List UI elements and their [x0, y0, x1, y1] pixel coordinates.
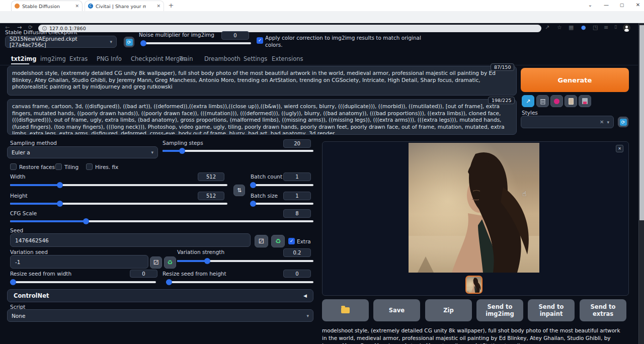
tab-train[interactable]: Train	[179, 55, 193, 62]
tab-close-icon[interactable]: ✕	[75, 4, 79, 9]
extension-blue-dot-icon[interactable]: ●	[581, 24, 586, 31]
generate-button[interactable]: Generate	[521, 68, 629, 92]
variation-seed-input[interactable]: -1	[10, 255, 148, 269]
batch-count-input[interactable]: 1	[283, 173, 311, 181]
random-seed-button[interactable]: ⚂	[255, 235, 268, 247]
apps-grid-icon[interactable]: ▦	[569, 24, 574, 31]
chevron-down-icon: ▾	[306, 313, 309, 318]
refresh-styles-button[interactable]: ⟳	[618, 117, 628, 127]
refresh-checkpoints-button[interactable]: ⟳	[124, 37, 134, 47]
scrollbar-thumb[interactable]	[639, 25, 644, 220]
page-scrollbar[interactable]	[638, 23, 644, 344]
restore-faces-checkbox[interactable]: ✓	[10, 163, 17, 170]
window-close-button[interactable]: ✕	[632, 0, 643, 10]
gallery-thumbnail[interactable]	[465, 276, 482, 294]
browser-tab-civitai[interactable]: C Civitai | Share your models ✕	[85, 1, 164, 11]
batch-size-input[interactable]: 1	[283, 192, 311, 200]
width-label: Width	[10, 174, 26, 180]
color-correction-label: Apply color correction to img2img result…	[265, 34, 432, 48]
open-folder-button[interactable]	[322, 299, 369, 321]
send-to-img2img-button[interactable]: Send to img2img	[476, 299, 523, 321]
swap-dimensions-button[interactable]: ⇅	[233, 185, 245, 196]
save-button[interactable]: Save	[373, 299, 420, 321]
clear-styles-icon[interactable]: ✕	[600, 119, 604, 125]
reuse-variation-seed-button[interactable]: ♻	[164, 256, 176, 269]
tab-close-icon[interactable]: ✕	[156, 4, 160, 9]
styles-dropdown[interactable]: ✕ ▾	[521, 116, 614, 128]
tab-checkpoint-merger[interactable]: Checkpoint Merger	[131, 55, 186, 62]
extra-seed-label: Extra	[297, 238, 311, 244]
seed-input[interactable]: 1476462546	[10, 233, 251, 247]
reuse-seed-button[interactable]: ♻	[271, 235, 285, 247]
send-to-inpaint-button[interactable]: Send to inpaint	[528, 299, 575, 321]
noise-multiplier-input[interactable]: 0	[221, 31, 249, 40]
window-menu-chevron-icon[interactable]: ⌄	[585, 0, 596, 10]
variation-strength-slider[interactable]	[177, 260, 313, 262]
prompt-token-counter: 87/150	[491, 63, 514, 71]
sampling-steps-input[interactable]: 20	[283, 139, 311, 148]
resize-seed-height-slider[interactable]	[166, 281, 313, 283]
extra-seed-checkbox[interactable]: ✓	[288, 238, 295, 244]
reading-list-icon[interactable]: ≡	[604, 24, 608, 31]
random-variation-seed-button[interactable]: ⚂	[150, 256, 162, 269]
controlnet-accordion[interactable]: ControlNet ◀	[7, 289, 313, 302]
tab-extensions[interactable]: Extensions	[272, 55, 303, 62]
tab-txt2img[interactable]: txt2img	[11, 55, 37, 62]
batch-size-slider[interactable]	[251, 203, 313, 205]
extra-networks-button[interactable]	[550, 95, 563, 107]
window-minimize-button[interactable]: —	[601, 0, 612, 10]
bookmark-star-icon[interactable]: ☆	[557, 24, 562, 31]
clear-prompt-button[interactable]	[536, 95, 549, 107]
resize-seed-height-input[interactable]: 0	[283, 270, 311, 278]
address-bar[interactable]: i 127.0.0.1:7860	[38, 25, 541, 32]
cfg-scale-slider[interactable]	[10, 220, 313, 222]
tab-img2img[interactable]: img2img	[40, 55, 66, 62]
hires-fix-checkbox[interactable]: ✓	[86, 163, 93, 170]
cfg-scale-input[interactable]: 8	[283, 209, 311, 218]
save-style-button[interactable]	[579, 95, 591, 107]
sampling-steps-slider[interactable]	[163, 150, 313, 152]
resize-seed-width-label: Resize seed from width	[10, 271, 71, 277]
width-slider[interactable]	[10, 184, 227, 186]
width-input[interactable]: 512	[198, 173, 224, 181]
batch-count-label: Batch count	[251, 174, 282, 180]
zip-button[interactable]: Zip	[425, 299, 472, 321]
new-tab-button[interactable]: +	[167, 2, 175, 10]
side-panel-icon[interactable]: ▯	[614, 24, 617, 29]
variation-strength-input[interactable]: 0.2	[283, 248, 311, 257]
tiling-checkbox[interactable]: ✓	[55, 163, 62, 170]
height-slider[interactable]	[10, 203, 227, 205]
extensions-puzzle-icon[interactable]: ◳	[593, 24, 598, 31]
generation-info-text: modelshoot style, (extremely detailed CG…	[322, 327, 626, 344]
browser-toolbar: ← → ⟳ i 127.0.0.1:7860 ↗ ☆ ▦ ● ◳ ≡ ▯ ⋮	[0, 11, 644, 23]
tab-png-info[interactable]: PNG Info	[97, 55, 122, 62]
window-restore-button[interactable]: ▢	[616, 0, 627, 10]
sampling-method-value: Euler a	[12, 149, 30, 155]
apply-style-button[interactable]	[565, 95, 577, 107]
send-to-extras-button[interactable]: Send to extras	[580, 299, 626, 321]
noise-multiplier-slider[interactable]	[141, 42, 251, 44]
color-correction-checkbox[interactable]: ✓	[257, 37, 263, 44]
batch-count-slider[interactable]	[251, 184, 313, 186]
negative-prompt-textarea[interactable]: canvas frame, cartoon, 3d, ((disfigured)…	[7, 99, 517, 135]
checkpoint-dropdown[interactable]: SD15NewVAEpruned.ckpt [27a4ac756c] ▾	[5, 36, 117, 48]
tab-dreambooth[interactable]: Dreambooth	[204, 55, 240, 62]
sampling-method-dropdown[interactable]: Euler a ▾	[7, 146, 158, 158]
resize-seed-width-input[interactable]: 0	[130, 270, 157, 278]
close-preview-button[interactable]: ✕	[616, 145, 623, 152]
resize-seed-width-slider[interactable]	[10, 281, 156, 283]
read-params-button[interactable]: ↗	[522, 95, 534, 107]
folder-icon	[341, 307, 350, 313]
height-input[interactable]: 512	[198, 192, 224, 200]
chevron-down-icon: ▾	[151, 150, 153, 155]
script-dropdown[interactable]: None ▾	[7, 309, 313, 322]
swap-arrows-icon: ⇅	[237, 187, 242, 194]
profile-avatar[interactable]	[623, 24, 630, 32]
browser-tab-active[interactable]: Stable Diffusion ✕	[11, 1, 83, 11]
share-icon[interactable]: ↗	[545, 24, 549, 31]
tab-settings[interactable]: Settings	[244, 55, 267, 62]
negative-token-counter: 198/225	[488, 97, 515, 104]
tab-extras[interactable]: Extras	[69, 55, 88, 62]
generated-image[interactable]	[409, 143, 539, 273]
prompt-textarea[interactable]: modelshoot style, (extremely detailed CG…	[7, 66, 517, 96]
